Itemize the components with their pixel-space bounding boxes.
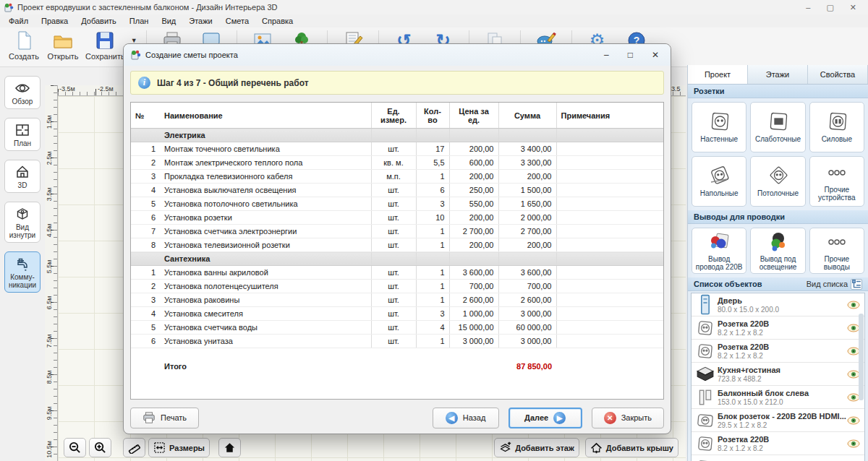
list-item[interactable]: Розетка 220В8.2 x 1.2 x 8.2 xyxy=(692,316,864,340)
zoom-in-button[interactable] xyxy=(89,438,111,457)
lowvoltage-sockets-button[interactable]: Слаботочные xyxy=(750,102,805,152)
list-item[interactable]: Розетка 220В8.2 x 1.2 x 8.2 xyxy=(692,340,864,363)
sidebar-item-inside-view[interactable]: Вид изнутри xyxy=(4,202,41,243)
table-row[interactable]: 2Установка полотенцесушителяшт.1700,0070… xyxy=(131,280,663,293)
floor-sockets-button[interactable]: Напольные xyxy=(692,156,746,207)
new-label: Создать xyxy=(9,52,39,61)
ceiling-socket-icon xyxy=(765,165,790,187)
object-name: Дверь xyxy=(718,296,742,305)
menu-item-help[interactable]: Справка xyxy=(262,17,293,25)
button-label: Силовые xyxy=(822,135,852,143)
add-floor-icon xyxy=(499,441,511,454)
save-project-button[interactable]: Сохранить xyxy=(82,29,128,62)
list-item[interactable]: Розетка 220В8.2 x 1.2 x 8.2 xyxy=(692,432,864,455)
minimize-icon[interactable]: – xyxy=(806,3,810,12)
table-row[interactable]: 6Установка унитазашт.13 000,003 000,00 xyxy=(131,335,663,348)
total-label: Итого xyxy=(160,360,371,373)
button-label: Настенные xyxy=(700,135,738,143)
room-icon xyxy=(696,365,715,384)
object-list-scrollbar[interactable] xyxy=(859,314,864,400)
menu-item-add[interactable]: Добавить xyxy=(81,17,116,25)
tab-project[interactable]: Проект xyxy=(688,65,748,84)
table-row[interactable]: 1Установка ванны акриловойшт.13 600,003 … xyxy=(131,266,663,280)
wall-sockets-button[interactable]: Настенные xyxy=(692,102,746,152)
table-row[interactable]: 3Установка раковинышт.12 600,002 600,00 xyxy=(131,293,663,307)
table-row[interactable]: 5Установка потолочного светильникашт.355… xyxy=(131,197,663,211)
wall-socket-icon xyxy=(707,111,731,133)
dialog-maximize-icon[interactable]: □ xyxy=(628,50,633,60)
table-row[interactable]: 3Прокладка телевизионного кабелям.п.1200… xyxy=(131,170,663,184)
visibility-eye-icon[interactable] xyxy=(847,416,860,425)
close-icon[interactable]: ✕ xyxy=(850,3,856,12)
tab-floors[interactable]: Этажи xyxy=(748,65,808,84)
zoom-out-button[interactable] xyxy=(64,438,86,457)
table-row[interactable]: 4Установка смесителяшт.31 000,003 000,00 xyxy=(131,307,663,321)
list-item[interactable]: Блок розеток - 220В 220В 220В xyxy=(692,455,864,461)
other-devices-button[interactable]: Прочие устройства xyxy=(809,156,864,207)
menu-item-floors[interactable]: Этажи xyxy=(189,17,212,25)
add-floor-button[interactable]: Добавить этаж xyxy=(494,438,579,457)
add-roof-button[interactable]: Добавить крышу xyxy=(585,438,678,457)
back-button[interactable]: ◀ Назад xyxy=(433,408,499,428)
object-name: Розетка 220В xyxy=(718,342,769,351)
table-row[interactable]: 6Установка розеткишт.10200,002 000,00 xyxy=(131,211,663,225)
object-size: 80.0 x 15.0 x 200.0 xyxy=(718,306,779,314)
next-label: Далее xyxy=(524,413,548,422)
dialog-close-icon[interactable]: ✕ xyxy=(652,50,659,60)
sidebar-item-plan[interactable]: План xyxy=(4,118,41,151)
list-item[interactable]: Балконный блок слева153.0 x 15.0 x 212.0 xyxy=(692,386,864,409)
close-button[interactable]: ✕ Закрыть xyxy=(592,408,664,428)
sidebar-label: План xyxy=(14,139,31,147)
table-row[interactable]: 1Монтаж точечного светильникашт.17200,00… xyxy=(131,142,663,156)
button-label: Слаботочные xyxy=(755,135,801,143)
sidebar-item-3d[interactable]: 3D xyxy=(4,160,41,193)
menu-item-edit[interactable]: Правка xyxy=(41,17,68,25)
new-project-button[interactable]: Создать xyxy=(4,29,43,62)
object-list: Дверь80.0 x 15.0 x 200.0 Розетка 220В8.2… xyxy=(691,293,865,461)
tab-properties[interactable]: Свойства xyxy=(808,65,868,84)
floorplan-icon xyxy=(14,122,30,138)
table-row[interactable]: 7Установка счетчика электроэнергиишт.12 … xyxy=(131,225,663,238)
home-view-button[interactable] xyxy=(218,438,241,457)
list-item[interactable]: Дверь80.0 x 15.0 x 200.0 xyxy=(692,293,864,316)
list-view-button[interactable] xyxy=(851,279,862,290)
dimensions-button[interactable]: Размеры xyxy=(148,438,210,457)
print-label: Печать xyxy=(161,413,187,422)
v-ruler-label: 2.5м xyxy=(46,150,53,167)
menu-item-file[interactable]: Файл xyxy=(9,17,28,25)
lighting-outlet-button[interactable]: Вывод под освещение xyxy=(750,228,805,274)
menu-item-plan[interactable]: План xyxy=(129,17,149,25)
faucet-icon xyxy=(14,256,30,272)
list-item[interactable]: Блок розеток - 220В 220В HDMI...29.5 x 1… xyxy=(692,409,864,432)
sidebar-item-overview[interactable]: Обзор xyxy=(4,76,41,109)
table-row[interactable]: 2Монтаж электрического теплого полакв. м… xyxy=(131,156,663,170)
visibility-eye-icon[interactable] xyxy=(847,301,860,309)
v-ruler-label: 6.5м xyxy=(46,294,53,311)
menu-item-view[interactable]: Вид xyxy=(161,17,176,25)
ruler-tool-button[interactable] xyxy=(123,438,145,457)
next-button[interactable]: Далее ▶ xyxy=(509,408,582,428)
power-sockets-button[interactable]: Силовые xyxy=(809,102,864,152)
table-row[interactable]: 4Установка выключателя освещенияшт.6250,… xyxy=(131,184,663,197)
button-label: Напольные xyxy=(700,189,739,197)
eye-icon xyxy=(14,80,30,96)
print-button[interactable]: Печать xyxy=(130,408,199,428)
open-project-button[interactable]: Открыть xyxy=(43,29,82,62)
table-row[interactable]: 5Установка счетчика водышт.415 000,0060 … xyxy=(131,321,663,335)
zoom-out-icon xyxy=(69,441,81,454)
other-outlets-button[interactable]: Прочие выводы xyxy=(809,228,864,274)
object-size: 8.2 x 1.2 x 8.2 xyxy=(718,329,763,337)
table-row[interactable]: 8Установка телевизионной розеткишт.1200,… xyxy=(131,238,663,252)
visibility-eye-icon[interactable] xyxy=(847,439,860,448)
ceiling-sockets-button[interactable]: Потолочные xyxy=(750,156,805,207)
sockets-section-header: Розетки xyxy=(688,85,868,98)
list-item[interactable]: Кухня+гостиная723.8 x 488.2 xyxy=(692,363,864,386)
object-name: Розетка 220В xyxy=(718,435,769,444)
sidebar-item-communications[interactable]: Комму-никации xyxy=(4,251,41,293)
dialog-minimize-icon[interactable]: – xyxy=(604,50,609,60)
wire-outlet-220v-button[interactable]: Вывод провода 220В xyxy=(692,228,746,274)
object-name: Кухня+гостиная xyxy=(718,366,780,374)
house-3d-icon xyxy=(14,164,30,180)
menu-item-estimate[interactable]: Смета xyxy=(226,17,249,25)
restore-icon[interactable]: ▢ xyxy=(826,3,833,12)
